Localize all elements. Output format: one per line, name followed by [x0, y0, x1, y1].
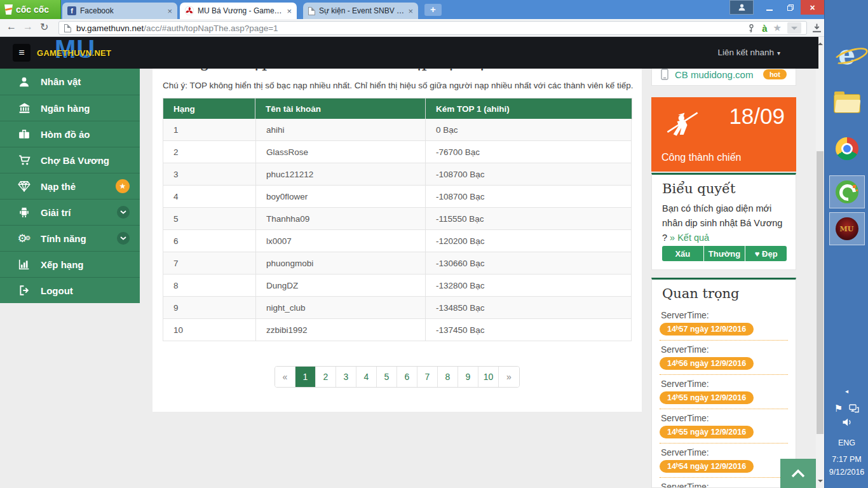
volume-icon[interactable] [825, 418, 868, 426]
taskbar-internet-explorer-icon[interactable]: e [825, 39, 868, 71]
new-tab-button[interactable]: + [424, 4, 442, 16]
site-header: ≡ MU GAMETHUVN.NET Liên kết nhanh▾ [0, 37, 818, 69]
taskbar-hidden-icons-arrow[interactable]: ◂ [825, 388, 868, 395]
download-dropdown-button[interactable] [787, 22, 801, 34]
pagination-page[interactable]: 8 [438, 367, 458, 387]
page-icon [64, 24, 71, 32]
clock-date[interactable]: 9/12/2016 [825, 468, 868, 477]
servertime-badge: 14ʰ57 ngày 12/9/2016 [660, 323, 754, 336]
bar-chart-icon [17, 259, 32, 270]
event-title: Công thành chiến [661, 152, 741, 163]
tab-su-kien[interactable]: Sự kiện - Event SNBV của t × [303, 3, 418, 19]
sidebar-item-cho-ba-vuong[interactable]: Chợ Bá Vương [0, 147, 140, 173]
cell-rank: 9 [163, 303, 255, 313]
pagination-page[interactable]: 3 [336, 367, 356, 387]
quick-link-text[interactable]: CB mudidong.com [675, 69, 757, 80]
menu-toggle-button[interactable]: ≡ [13, 44, 31, 62]
site-logo[interactable]: MU GAMETHUVN.NET [37, 37, 126, 69]
event-banner[interactable]: 18/09 Công thành chiến [651, 97, 796, 172]
col-header-diff: Kém TOP 1 (ahihi) [426, 98, 632, 119]
taskbar-status-icons[interactable]: ⚑ [825, 403, 868, 414]
sidebar-item-tinh-nang[interactable]: ⚙⚙ Tính năng [0, 225, 140, 251]
back-to-top-button[interactable] [780, 459, 816, 488]
tab-facebook[interactable]: f Facebook × [62, 3, 177, 19]
vote-button[interactable]: Xấu [662, 246, 703, 261]
pagination: « 1 2 3 4 5 6 7 [163, 366, 632, 388]
network-icon[interactable] [849, 404, 859, 413]
scrollbar-thumb[interactable] [817, 151, 824, 434]
taskbar-file-explorer-icon[interactable] [825, 94, 868, 113]
hot-badge: hot [763, 69, 787, 79]
scroll-up-arrow-icon[interactable] [818, 40, 823, 45]
sidebar-item-nap-the[interactable]: Nạp thẻ ★ [0, 173, 140, 199]
pagination-page[interactable]: 7 [417, 367, 438, 387]
sidebar-item-nhan-vat[interactable]: Nhân vật [0, 69, 140, 95]
pagination-page[interactable]: « [275, 367, 295, 387]
forward-button[interactable]: → [23, 21, 33, 32]
user-icon [17, 76, 32, 88]
cell-account: GlassRose [255, 141, 426, 163]
back-button[interactable]: ← [6, 21, 17, 32]
sidebar-item-hom-do-ao[interactable]: Hòm đồ ảo [0, 121, 140, 147]
tab-mu-ba-vuong[interactable]: MU Bá Vương - GamethuV × [180, 3, 297, 19]
quick-links-menu[interactable]: Liên kết nhanh▾ [717, 48, 780, 57]
vote-title: Biểu quyết [662, 181, 796, 196]
tab-title: Sự kiện - Event SNBV của t [319, 6, 404, 15]
table-row: 6 lx0007 -120200 Bạc [163, 230, 632, 252]
pagination-page[interactable]: 10 [478, 367, 499, 387]
taskbar-chrome-icon[interactable] [825, 137, 868, 160]
reload-button[interactable]: ↻ [40, 21, 48, 33]
servertime-label: ServerTime: [660, 413, 788, 423]
key-icon[interactable] [747, 24, 756, 33]
pagination-page[interactable]: » [499, 367, 519, 387]
restore-button[interactable] [780, 0, 801, 15]
sidebar-item-ngan-hang[interactable]: Ngân hàng [0, 95, 140, 121]
scroll-down-arrow-icon[interactable] [818, 480, 823, 485]
sidebar-item-xep-hang[interactable]: Xếp hạng [0, 251, 140, 277]
address-bar[interactable]: bv.gamethuvn.net/acc/#auth/topNapThe.asp… [58, 21, 807, 35]
tab-close-icon[interactable]: × [167, 7, 172, 15]
pagination-page[interactable]: 2 [316, 367, 336, 387]
browser-toolbar: ← → ↻ bv.gamethuvn.net/acc/#auth/topNapT… [0, 19, 824, 37]
url-text: bv.gamethuvn.net/acc/#auth/topNapThe.asp… [76, 24, 742, 33]
pagination-page[interactable]: 4 [356, 367, 377, 387]
briefcase-icon [17, 128, 32, 140]
tab-close-icon[interactable]: × [408, 7, 413, 15]
vote-button[interactable]: ♥ Đẹp [745, 246, 787, 261]
mu-site-icon [185, 6, 194, 15]
bookmark-star-icon[interactable]: ★ [773, 22, 782, 34]
servertime-label: ServerTime: [660, 379, 788, 389]
minimize-button[interactable] [759, 0, 780, 15]
profile-button[interactable] [729, 0, 754, 15]
chevron-down-icon [117, 232, 130, 245]
sidebar-item-logout[interactable]: Logout [0, 277, 140, 303]
clock-time[interactable]: 7:17 PM [825, 455, 868, 464]
quick-link-row[interactable]: CB mudidong.com hot [652, 69, 796, 80]
result-link[interactable]: » Kết quả [670, 233, 709, 243]
coccoc-menu-button[interactable]: cốc cốc [0, 0, 61, 19]
table-row: 3 phuc121212 -108700 Bạc [163, 163, 632, 186]
taskbar-mu-game-icon[interactable]: MU [825, 212, 868, 245]
sidebar-nav: Nhân vật Ngân hàng Hòm đồ ảo Chợ Bá Vươn… [0, 69, 140, 303]
tab-close-icon[interactable]: × [287, 7, 292, 15]
pagination-page[interactable]: 1 [295, 367, 316, 387]
ranking-table-body: 1 ahihi 0 Bạc 2 GlassRose -76700 Bạc 3 p… [163, 119, 632, 341]
sidebar-item-giai-tri[interactable]: Giải trí [0, 199, 140, 225]
cell-account: boy0flower [255, 186, 426, 207]
pagination-page[interactable]: 6 [397, 367, 417, 387]
cell-diff: -137450 Bạc [426, 325, 631, 335]
page-viewport: ≡ MU GAMETHUVN.NET Liên kết nhanh▾ Nhân … [0, 37, 824, 488]
vote-question: Bạn có thích giao diện mới nhân dịp sinh… [662, 201, 785, 246]
action-center-flag-icon[interactable]: ⚑ [834, 403, 843, 414]
vietnamese-input-icon[interactable]: à [762, 23, 767, 34]
downloads-icon[interactable] [812, 23, 822, 33]
page-scrollbar[interactable] [816, 37, 824, 488]
pagination-page[interactable]: 9 [458, 367, 478, 387]
vote-button[interactable]: Thường [704, 246, 745, 261]
tab-title: Facebook [80, 6, 163, 15]
close-button[interactable]: × [801, 0, 824, 15]
language-indicator[interactable]: ENG [825, 438, 868, 447]
taskbar-coccoc-icon[interactable] [825, 175, 868, 208]
logo-domain-text: GAMETHUVN.NET [37, 48, 111, 58]
pagination-page[interactable]: 5 [377, 367, 397, 387]
